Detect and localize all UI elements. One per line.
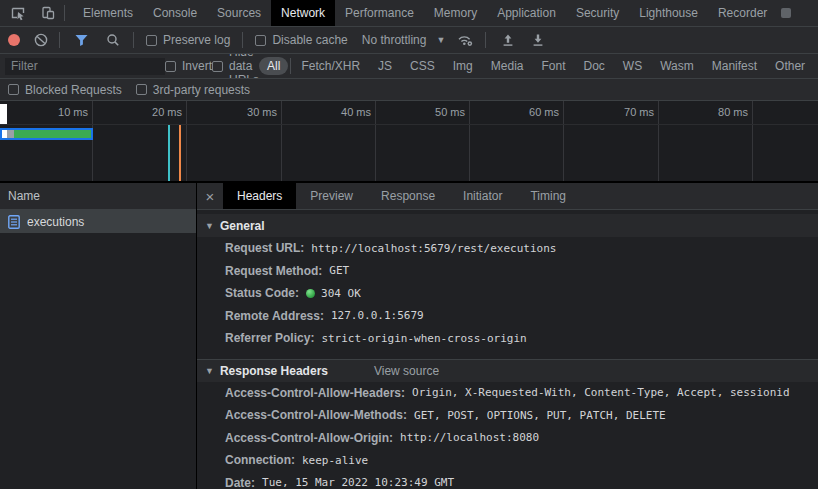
gridline <box>469 101 470 181</box>
request-row-executions[interactable]: executions <box>0 210 196 233</box>
divider <box>242 32 243 48</box>
inspect-element-icon[interactable] <box>6 3 30 23</box>
view-source-button[interactable]: View source <box>374 364 439 378</box>
filter-type-fetch-xhr[interactable]: Fetch/XHR <box>293 57 368 75</box>
gridline <box>92 101 93 181</box>
header-name: Status Code: <box>225 286 299 300</box>
status-ok-icon <box>306 289 315 298</box>
divider <box>59 32 60 48</box>
checkbox[interactable] <box>255 35 266 46</box>
tab-console[interactable]: Console <box>143 0 207 26</box>
close-icon[interactable]: × <box>197 183 223 209</box>
network-overview-timeline[interactable]: 10 ms 20 ms 30 ms 40 ms 50 ms 60 ms 70 m… <box>0 101 818 181</box>
export-har-icon[interactable] <box>526 30 550 50</box>
timeline-tick-label: 80 ms <box>682 106 748 118</box>
resource-type-filters: All Fetch/XHR JS CSS Img Media Font Doc … <box>259 57 813 75</box>
filter-type-manifest[interactable]: Manifest <box>704 57 765 75</box>
clear-network-log-icon[interactable] <box>29 30 53 50</box>
tab-timing[interactable]: Timing <box>516 183 580 209</box>
tab-memory[interactable]: Memory <box>424 0 487 26</box>
tab-sources[interactable]: Sources <box>207 0 271 26</box>
checkbox[interactable] <box>212 61 223 72</box>
header-value: http://localhost:8080 <box>400 431 539 444</box>
header-row-request-url: Request URL: http://localhost:5679/rest/… <box>197 237 818 260</box>
header-name: Request Method: <box>225 264 322 278</box>
ruler-baseline <box>0 124 818 125</box>
load-event-line <box>179 125 181 181</box>
gridline <box>752 101 753 181</box>
header-value: 127.0.0.1:5679 <box>331 309 424 322</box>
general-section-header[interactable]: ▼ General <box>197 214 818 237</box>
filter-type-css[interactable]: CSS <box>402 57 443 75</box>
response-headers-section-header[interactable]: ▼ Response Headers View source <box>197 359 818 382</box>
timeline-tick-label: 50 ms <box>399 106 465 118</box>
checkbox[interactable] <box>8 84 19 95</box>
filter-input[interactable] <box>5 58 165 75</box>
third-party-requests-checkbox[interactable]: 3rd-party requests <box>136 83 250 97</box>
filter-type-img[interactable]: Img <box>445 57 481 75</box>
divider <box>133 32 134 48</box>
header-row-acam: Access-Control-Allow-Methods: GET, POST,… <box>197 404 818 427</box>
blocked-requests-label[interactable]: Blocked Requests <box>25 83 122 97</box>
tab-lighthouse[interactable]: Lighthouse <box>629 0 708 26</box>
filter-type-font[interactable]: Font <box>533 57 573 75</box>
hide-data-urls-checkbox[interactable]: Hide data URLs <box>212 54 259 79</box>
details-tabbar: × Headers Preview Response Initiator Tim… <box>197 183 818 210</box>
header-name: Access-Control-Allow-Headers: <box>225 386 405 400</box>
blocked-requests-checkbox[interactable]: Blocked Requests <box>8 83 122 97</box>
record-network-log-button[interactable] <box>8 34 20 46</box>
tab-security[interactable]: Security <box>566 0 629 26</box>
name-column-header[interactable]: Name <box>0 183 196 210</box>
request-details-pane: × Headers Preview Response Initiator Tim… <box>197 183 818 489</box>
checkbox[interactable] <box>136 84 147 95</box>
header-row-referrer-policy: Referrer Policy: strict-origin-when-cros… <box>197 327 818 350</box>
filter-type-all[interactable]: All <box>259 57 288 75</box>
hide-data-urls-label[interactable]: Hide data URLs <box>229 54 259 79</box>
invert-checkbox[interactable]: Invert <box>165 59 212 73</box>
filter-type-doc[interactable]: Doc <box>575 57 612 75</box>
invert-label[interactable]: Invert <box>182 59 212 73</box>
document-icon <box>8 215 20 229</box>
filter-toggle-icon[interactable] <box>69 30 93 50</box>
header-row-acao: Access-Control-Allow-Origin: http://loca… <box>197 427 818 450</box>
header-value: strict-origin-when-cross-origin <box>321 332 526 345</box>
disable-cache-label[interactable]: Disable cache <box>272 33 347 47</box>
filter-type-js[interactable]: JS <box>370 57 400 75</box>
tab-headers[interactable]: Headers <box>223 183 296 209</box>
tab-elements[interactable]: Elements <box>73 0 143 26</box>
filter-type-wasm[interactable]: Wasm <box>652 57 702 75</box>
network-conditions-icon[interactable] <box>453 30 477 50</box>
tab-application[interactable]: Application <box>487 0 566 26</box>
filter-type-media[interactable]: Media <box>483 57 532 75</box>
disable-cache-checkbox[interactable]: Disable cache <box>255 33 347 47</box>
chevron-down-icon: ▼ <box>205 221 214 231</box>
tab-preview[interactable]: Preview <box>296 183 367 209</box>
tab-performance[interactable]: Performance <box>335 0 424 26</box>
preserve-log-checkbox[interactable]: Preserve log <box>146 33 230 47</box>
divider <box>485 32 486 48</box>
search-icon[interactable] <box>101 30 125 50</box>
filter-type-ws[interactable]: WS <box>615 57 650 75</box>
chevron-down-icon[interactable]: ▼ <box>436 35 445 45</box>
overview-start-marker <box>0 104 7 124</box>
tab-recorder[interactable]: Recorder <box>708 0 777 26</box>
checkbox[interactable] <box>146 35 157 46</box>
devtools-tabbar: Elements Console Sources Network Perform… <box>0 0 818 27</box>
device-toolbar-icon[interactable] <box>36 3 60 23</box>
gridline <box>375 101 376 181</box>
tab-response[interactable]: Response <box>367 183 449 209</box>
tab-initiator[interactable]: Initiator <box>449 183 516 209</box>
chevron-down-icon: ▼ <box>205 366 214 376</box>
throttling-select[interactable]: No throttling <box>362 33 427 47</box>
header-row-date: Date: Tue, 15 Mar 2022 10:23:49 GMT <box>197 472 818 489</box>
preserve-log-label[interactable]: Preserve log <box>163 33 230 47</box>
third-party-requests-label[interactable]: 3rd-party requests <box>153 83 250 97</box>
timeline-tick-label: 60 ms <box>493 106 559 118</box>
dom-content-loaded-line <box>168 125 170 181</box>
checkbox[interactable] <box>165 61 176 72</box>
filter-type-other[interactable]: Other <box>767 57 813 75</box>
timeline-tick-label: 70 ms <box>588 106 654 118</box>
tab-network[interactable]: Network <box>271 0 335 26</box>
header-name: Access-Control-Allow-Methods: <box>225 408 407 422</box>
import-har-icon[interactable] <box>496 30 520 50</box>
